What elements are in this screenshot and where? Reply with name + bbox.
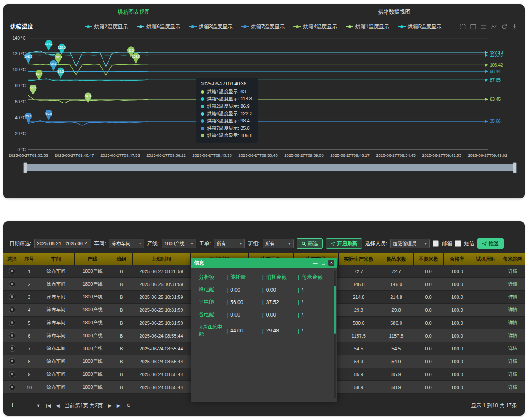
cell-team: B bbox=[111, 381, 132, 394]
restore-icon[interactable] bbox=[501, 24, 507, 30]
info-dialog-header[interactable]: 信息 — □ × bbox=[191, 258, 337, 268]
column-header[interactable]: 实际生产米数 bbox=[338, 253, 379, 265]
row-select-radio[interactable] bbox=[9, 294, 15, 300]
cell-workshop: 涂布车间 bbox=[38, 278, 74, 291]
cell-trial-time bbox=[471, 317, 501, 329]
cell-actual-meters: 29.8 bbox=[338, 304, 379, 317]
detail-link[interactable]: 详情 bbox=[508, 346, 518, 351]
detail-link[interactable]: 详情 bbox=[508, 320, 518, 325]
prev-page-button[interactable]: ◀ bbox=[56, 403, 59, 408]
legend-item[interactable]: 烘箱6温度显示 bbox=[137, 23, 180, 30]
legend-marker-icon bbox=[241, 26, 249, 27]
column-header[interactable]: 合格率 bbox=[443, 253, 471, 265]
detail-link[interactable]: 详情 bbox=[508, 268, 518, 274]
next-page-button[interactable]: ▶ bbox=[108, 403, 111, 408]
row-select-radio[interactable] bbox=[9, 332, 15, 339]
first-page-button[interactable]: |◀ bbox=[46, 403, 51, 408]
email-checkbox[interactable] bbox=[433, 240, 439, 247]
dialog-scrollbar[interactable] bbox=[334, 271, 336, 398]
legend-item[interactable]: 烘箱4温度显示 bbox=[293, 23, 337, 30]
column-header[interactable]: 每米能耗 bbox=[501, 253, 525, 265]
minimize-icon[interactable]: — bbox=[312, 260, 318, 266]
detail-link[interactable]: 详情 bbox=[508, 359, 518, 364]
save-image-icon[interactable] bbox=[511, 24, 518, 30]
workshop-select[interactable]: 涂布车间 ▼ bbox=[109, 239, 144, 248]
legend-item[interactable]: 烘箱5温度显示 bbox=[398, 23, 442, 30]
svg-text:118.73: 118.73 bbox=[490, 53, 503, 58]
team-label: 班组: bbox=[248, 240, 259, 247]
slider-handle-left[interactable] bbox=[23, 162, 27, 173]
person-select[interactable]: 超级管理员 ▼ bbox=[390, 239, 430, 248]
cell-no: 2 bbox=[21, 278, 38, 291]
row-select-radio[interactable] bbox=[9, 384, 15, 390]
legend-item[interactable]: 烘箱2温度显示 bbox=[85, 23, 128, 30]
cell-no: 10 bbox=[21, 381, 38, 394]
start-refresh-button[interactable]: 开启刷新 bbox=[326, 238, 362, 249]
cell-trial-time bbox=[471, 304, 501, 317]
datazoom-slider[interactable] bbox=[24, 164, 516, 171]
legend-item[interactable]: 烘箱3温度显示 bbox=[189, 23, 233, 30]
close-icon[interactable]: × bbox=[328, 260, 334, 266]
row-select-radio[interactable] bbox=[9, 371, 15, 377]
detail-link[interactable]: 详情 bbox=[508, 333, 518, 338]
analysis-header-row: 分析项|能耗量| 消耗金额|每米金额 bbox=[197, 271, 331, 283]
page-number-box[interactable]: 1 bbox=[11, 402, 31, 408]
column-header[interactable]: 上班时间 bbox=[132, 253, 190, 265]
push-button[interactable]: 推送 bbox=[477, 238, 504, 249]
team-select[interactable]: 所有 ▼ bbox=[263, 239, 294, 248]
cell-start-time: 2025-06-24 08:55:44 bbox=[132, 342, 190, 355]
filter-button[interactable]: 筛选 bbox=[297, 238, 323, 249]
order-select[interactable]: 所有 ▼ bbox=[214, 239, 245, 248]
column-header[interactable]: 良品米数 bbox=[379, 253, 413, 265]
chart-canvas: 0 °C20 °C40 °C60 °C80 °C100 °C120 °C140 … bbox=[7, 35, 521, 160]
cell-trial-time bbox=[471, 265, 501, 278]
detail-link[interactable]: 详情 bbox=[508, 384, 518, 390]
column-header[interactable]: 试机用时 bbox=[471, 253, 501, 265]
detail-link[interactable]: 详情 bbox=[508, 307, 518, 312]
chevron-down-icon: ▼ bbox=[191, 242, 194, 245]
cell-start-time: 2025-06-24 08:55:44 bbox=[132, 381, 190, 394]
area-zoom-icon[interactable] bbox=[460, 24, 466, 30]
line-select-value: 1800产线 bbox=[164, 240, 184, 247]
cell-line: 1800产线 bbox=[74, 329, 111, 342]
line-chart-icon[interactable] bbox=[491, 24, 497, 30]
cell-pass-rate: 100.0 bbox=[443, 278, 471, 291]
column-header[interactable]: 选择 bbox=[3, 253, 21, 265]
chevron-down-icon[interactable]: ▼ bbox=[36, 403, 41, 408]
cell-line: 1800产线 bbox=[74, 381, 111, 394]
detail-link[interactable]: 详情 bbox=[508, 294, 518, 299]
view-tabs: 烘箱图表视图 烘箱数据视图 bbox=[3, 4, 525, 20]
row-select-radio[interactable] bbox=[9, 320, 15, 326]
dialog-scrollbar-thumb[interactable] bbox=[334, 286, 336, 334]
row-select-radio[interactable] bbox=[9, 307, 15, 313]
column-header[interactable]: 产线 bbox=[74, 253, 111, 265]
temperature-chart[interactable]: 0 °C20 °C40 °C60 °C80 °C100 °C120 °C140 … bbox=[7, 35, 521, 160]
zoom-reset-icon[interactable] bbox=[470, 24, 476, 30]
cell-no: 3 bbox=[21, 291, 38, 304]
maximize-icon[interactable]: □ bbox=[320, 260, 326, 266]
slider-handle-right[interactable] bbox=[513, 162, 517, 173]
line-select[interactable]: 1800产线 ▼ bbox=[162, 239, 196, 248]
last-page-button[interactable]: ▶| bbox=[117, 403, 121, 408]
row-select-radio[interactable] bbox=[9, 281, 15, 287]
row-select-radio[interactable] bbox=[9, 358, 15, 365]
detail-link[interactable]: 详情 bbox=[508, 281, 518, 286]
date-range-input[interactable] bbox=[34, 239, 91, 248]
reload-icon[interactable]: ↻ bbox=[127, 403, 130, 408]
column-header[interactable]: 不良米数 bbox=[413, 253, 443, 265]
tab-oven-data-view[interactable]: 烘箱数据视图 bbox=[264, 9, 525, 16]
column-header[interactable]: 车间 bbox=[38, 253, 74, 265]
legend-item[interactable]: 烘箱7温度显示 bbox=[241, 23, 285, 30]
date-filter-label: 日期筛选: bbox=[9, 240, 31, 247]
tab-oven-chart-view[interactable]: 烘箱图表视图 bbox=[3, 9, 264, 16]
row-select-radio[interactable] bbox=[9, 268, 15, 274]
column-header[interactable]: 序号 bbox=[21, 253, 38, 265]
row-select-radio[interactable] bbox=[9, 345, 15, 352]
cell-workshop: 涂布车间 bbox=[38, 381, 74, 394]
detail-link[interactable]: 详情 bbox=[508, 371, 518, 377]
dataview-icon[interactable] bbox=[480, 24, 487, 30]
legend-item[interactable]: 烘箱1温度显示 bbox=[346, 23, 389, 30]
column-header[interactable]: 班组 bbox=[111, 253, 132, 265]
start-refresh-label: 开启刷新 bbox=[337, 240, 358, 247]
sms-checkbox[interactable] bbox=[455, 240, 461, 247]
